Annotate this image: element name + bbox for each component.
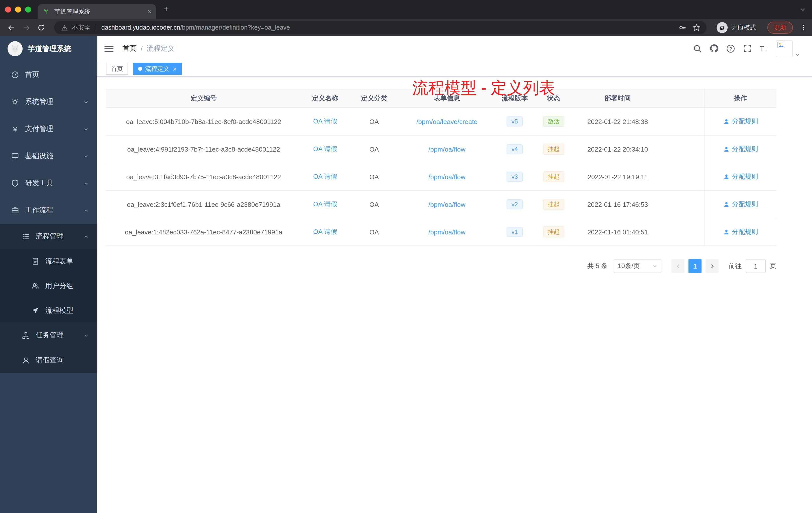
chevron-down-icon xyxy=(83,180,89,186)
chevron-down-icon xyxy=(83,333,89,338)
goto-page-input[interactable] xyxy=(746,259,766,273)
sidebar-item-label: 研发工具 xyxy=(25,179,53,188)
tab-favicon xyxy=(42,7,50,16)
col-actions: 操作 xyxy=(704,89,776,108)
form-link[interactable]: /bpm/oa/flow xyxy=(428,201,465,208)
goto-page: 前往 页 xyxy=(729,259,776,273)
breadcrumb-home[interactable]: 首页 xyxy=(122,44,137,53)
cell-definition-id: oa_leave:3:1fad3d93-7b75-11ec-a3c8-acde4… xyxy=(106,163,301,190)
bookmark-star-icon[interactable] xyxy=(693,24,700,32)
cell-category: OA xyxy=(349,108,399,135)
cell-deploy-time: 2022-01-16 17:46:53 xyxy=(573,191,663,218)
page-number-button[interactable]: 1 xyxy=(689,259,701,273)
github-icon[interactable] xyxy=(709,44,719,53)
address-bar[interactable]: 不安全 | dashboard.yudao.iocoder.cn/bpm/man… xyxy=(54,21,706,34)
assign-rule-button[interactable]: 分配规则 xyxy=(723,117,758,126)
sidebar-logo[interactable]: 芋道管理系统 xyxy=(0,36,97,61)
forward-icon[interactable] xyxy=(20,22,32,34)
assign-rule-label: 分配规则 xyxy=(732,117,758,126)
definition-name-link[interactable]: OA 请假 xyxy=(313,228,337,236)
tag-process-definition[interactable]: 流程定义 × xyxy=(133,63,181,75)
form-link[interactable]: /bpm/oa/flow xyxy=(428,173,465,180)
page-size-value: 10条/页 xyxy=(618,262,650,271)
cell-deploy-time: 2022-01-22 20:34:10 xyxy=(573,135,663,163)
tab-search-chevron-icon[interactable] xyxy=(800,6,806,12)
assign-rule-button[interactable]: 分配规则 xyxy=(723,172,758,181)
sidebar-item-process-form[interactable]: 流程表单 xyxy=(0,249,97,274)
browser-window: 芋道管理系统 × + 不安全 | dashboard.yudao.iocoder… xyxy=(0,0,812,513)
form-link[interactable]: /bpm/oa/leave/create xyxy=(416,118,477,125)
sidebar-item-payment-management[interactable]: ¥ 支付管理 xyxy=(0,116,97,143)
chrome-update-button[interactable]: 更新 xyxy=(767,22,793,34)
form-link[interactable]: /bpm/oa/flow xyxy=(428,228,465,236)
sidebar-item-task-management[interactable]: 任务管理 xyxy=(0,323,97,348)
sidebar-item-user-group[interactable]: 用户分组 xyxy=(0,274,97,298)
next-page-button[interactable] xyxy=(705,259,719,273)
sidebar-item-label: 基础设施 xyxy=(25,152,53,161)
search-icon[interactable] xyxy=(693,44,702,53)
table-row: oa_leave:5:004b710b-7b8a-11ec-8ef0-acde4… xyxy=(106,108,776,135)
not-secure-warning-icon[interactable] xyxy=(60,24,68,32)
tags-view-bar: 首页 流程定义 × xyxy=(97,61,812,77)
table-row: oa_leave:1:482ec033-762a-11ec-8477-a2380… xyxy=(106,218,776,246)
active-tag-dot xyxy=(138,67,142,71)
sidebar-item-system-management[interactable]: 系统管理 xyxy=(0,88,97,116)
definition-name-link[interactable]: OA 请假 xyxy=(313,172,337,181)
prev-page-button[interactable] xyxy=(671,259,685,273)
assign-rule-label: 分配规则 xyxy=(732,200,758,209)
tag-home[interactable]: 首页 xyxy=(106,63,128,75)
browser-toolbar: 不安全 | dashboard.yudao.iocoder.cn/bpm/man… xyxy=(0,19,812,36)
user-avatar-menu[interactable] xyxy=(776,40,800,57)
col-status: 状态 xyxy=(535,89,573,108)
breadcrumb-current: 流程定义 xyxy=(147,44,175,53)
browser-menu-icon[interactable] xyxy=(800,24,807,32)
gear-icon xyxy=(11,98,19,106)
definition-name-link[interactable]: OA 请假 xyxy=(313,200,337,209)
password-key-icon[interactable] xyxy=(678,24,687,32)
incognito-indicator: 无痕模式 xyxy=(717,22,756,33)
font-size-icon[interactable]: TT xyxy=(759,44,768,53)
security-label[interactable]: 不安全 xyxy=(72,23,91,32)
dashboard-icon xyxy=(11,71,19,79)
fullscreen-icon[interactable] xyxy=(743,44,752,53)
chevron-down-icon xyxy=(83,153,89,159)
tag-close-icon[interactable]: × xyxy=(173,65,176,72)
cell-filler xyxy=(663,135,704,163)
definition-name-link[interactable]: OA 请假 xyxy=(313,145,337,154)
sidebar-item-infrastructure[interactable]: 基础设施 xyxy=(0,143,97,170)
browser-tab[interactable]: 芋道管理系统 × xyxy=(38,4,156,19)
sidebar-item-workflow[interactable]: 工作流程 xyxy=(0,197,97,224)
pagination: 共 5 条 10条/页 1 前往 页 xyxy=(106,259,776,273)
avatar xyxy=(776,40,793,57)
user-icon xyxy=(22,356,30,364)
assign-rule-button[interactable]: 分配规则 xyxy=(723,228,758,236)
form-link[interactable]: /bpm/oa/flow xyxy=(428,145,465,153)
paper-plane-icon xyxy=(31,306,39,314)
minimize-window-button[interactable] xyxy=(15,6,21,12)
sidebar-item-process-management[interactable]: 流程管理 xyxy=(0,224,97,249)
cell-deploy-time: 2022-01-22 19:19:11 xyxy=(573,163,663,190)
status-badge: 挂起 xyxy=(543,199,564,210)
sidebar-item-dev-tools[interactable]: 研发工具 xyxy=(0,170,97,197)
tab-close-icon[interactable]: × xyxy=(148,8,152,15)
definition-name-link[interactable]: OA 请假 xyxy=(313,117,337,126)
version-tag: v3 xyxy=(506,172,523,182)
zoom-window-button[interactable] xyxy=(25,6,31,12)
assign-rule-button[interactable]: 分配规则 xyxy=(723,200,758,209)
sidebar-toggle-icon[interactable] xyxy=(105,43,115,54)
reload-icon[interactable] xyxy=(35,22,47,34)
sidebar-item-leave-query[interactable]: 请假查询 xyxy=(0,348,97,373)
new-tab-button[interactable]: + xyxy=(161,4,171,13)
sidebar-item-home[interactable]: 首页 xyxy=(0,61,97,88)
incognito-icon xyxy=(717,22,728,33)
col-definition-name: 定义名称 xyxy=(301,89,349,108)
help-icon[interactable]: ? xyxy=(726,44,735,53)
page-size-select[interactable]: 10条/页 xyxy=(614,259,661,273)
header-actions: ? TT xyxy=(693,40,800,57)
yen-icon: ¥ xyxy=(11,125,19,133)
close-window-button[interactable] xyxy=(5,6,11,12)
assign-rule-button[interactable]: 分配规则 xyxy=(723,145,758,154)
back-icon[interactable] xyxy=(5,22,17,34)
sidebar-item-process-model[interactable]: 流程模型 xyxy=(0,298,97,323)
sidebar-item-label: 流程管理 xyxy=(36,232,64,241)
